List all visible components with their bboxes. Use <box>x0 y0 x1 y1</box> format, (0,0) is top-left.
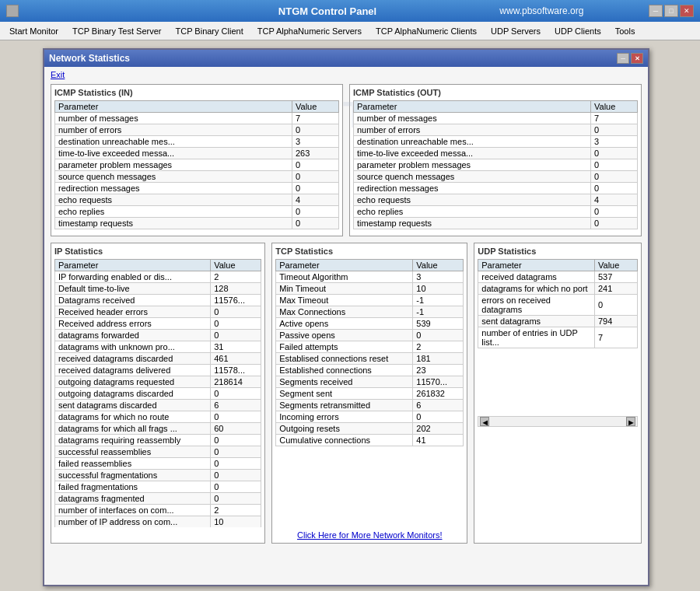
footer-link[interactable]: Click Here for More Network Monitors! <box>275 530 464 540</box>
table-row: time-to-live exceeded messa...0 <box>354 148 638 159</box>
inner-minimize-button[interactable]: ─ <box>617 53 629 64</box>
table-row: parameter problem messages0 <box>55 159 339 171</box>
value-cell: 0 <box>591 218 638 229</box>
table-row: Segments received11570... <box>276 376 464 388</box>
table-row: Active opens539 <box>276 318 464 330</box>
value-cell: 0 <box>292 159 339 171</box>
param-cell: sent datagrams discarded <box>55 400 211 411</box>
value-cell: 0 <box>591 124 638 136</box>
value-cell: 0 <box>292 171 339 183</box>
title-bar-title: NTGM Control Panel <box>220 5 434 17</box>
param-cell: time-to-live exceeded messa... <box>55 148 292 159</box>
exit-link[interactable]: Exit <box>51 70 65 79</box>
value-cell: 0 <box>211 411 261 423</box>
table-row: echo replies0 <box>55 206 339 218</box>
udp-horizontal-scrollbar[interactable]: ◄ ► <box>478 416 638 427</box>
ip-stats-title: IP Statistics <box>54 247 261 256</box>
menu-udp-servers[interactable]: UDP Servers <box>485 25 547 37</box>
param-cell: Max Connections <box>276 306 413 318</box>
maximize-button[interactable]: □ <box>664 5 678 17</box>
table-row: received datagrams delivered11578... <box>55 365 261 376</box>
table-row: Max Timeout-1 <box>276 295 464 306</box>
param-cell: outgoing datagrams discarded <box>55 388 211 400</box>
param-cell: received datagrams discarded <box>55 353 211 365</box>
table-row: Established connections23 <box>276 365 464 376</box>
param-cell: parameter problem messages <box>55 159 292 171</box>
value-cell: 2 <box>211 271 261 283</box>
param-cell: Min Timeout <box>276 283 413 295</box>
table-row: number of errors0 <box>354 124 638 136</box>
table-row: number of messages7 <box>55 113 339 124</box>
table-row: Timeout Algorithm3 <box>276 271 464 283</box>
table-row: outgoing datagrams requested218614 <box>55 376 261 388</box>
value-cell: 181 <box>413 353 464 365</box>
param-cell: received datagrams <box>478 271 595 283</box>
bottom-panels: IP Statistics Parameter Value IP forward… <box>51 243 642 544</box>
menu-tcp-alphanumeric-clients[interactable]: TCP AlphaNumeric Clients <box>369 25 483 37</box>
ip-col-value: Value <box>211 260 261 271</box>
icmp-in-panel: ICMP Statistics (IN) Parameter Value num… <box>51 84 343 236</box>
table-row: IP forwarding enabled or dis...2 <box>55 271 261 283</box>
table-row: failed fragmentations0 <box>55 481 261 493</box>
param-cell: Received header errors <box>55 306 211 318</box>
tcp-stats-table: Parameter Value Timeout Algorithm3Min Ti… <box>275 259 464 446</box>
menu-tcp-binary-client[interactable]: TCP Binary Client <box>170 25 250 37</box>
param-cell: Cumulative connections <box>276 435 413 446</box>
icmp-in-table-wrapper[interactable]: Parameter Value number of messages7numbe… <box>54 100 339 233</box>
tcp-stats-panel: TCP Statistics Parameter Value Timeout A… <box>271 243 467 544</box>
table-row: datagrams for which all frags ...60 <box>55 423 261 435</box>
table-row: Segment sent261832 <box>276 388 464 400</box>
menu-udp-clients[interactable]: UDP Clients <box>548 25 607 37</box>
table-row: parameter problem messages0 <box>354 159 638 171</box>
value-cell: 461 <box>211 353 261 365</box>
inner-close-button[interactable]: ✕ <box>631 53 643 64</box>
scroll-right-btn[interactable]: ► <box>626 417 635 426</box>
icmp-out-title: ICMP Statistics (OUT) <box>353 88 638 97</box>
value-cell: -1 <box>413 295 464 306</box>
param-cell: Established connections <box>276 365 413 376</box>
value-cell: 7 <box>292 113 339 124</box>
value-cell: 0 <box>211 446 261 458</box>
param-cell: time-to-live exceeded messa... <box>354 148 591 159</box>
value-cell: 0 <box>211 330 261 341</box>
table-row: Passive opens0 <box>276 330 464 341</box>
tcp-stats-table-wrapper[interactable]: Parameter Value Timeout Algorithm3Min Ti… <box>275 259 464 527</box>
value-cell: 41 <box>413 435 464 446</box>
value-cell: 31 <box>211 341 261 353</box>
value-cell: 0 <box>211 306 261 318</box>
table-row: datagrams for which no route0 <box>55 411 261 423</box>
icmp-out-col-value: Value <box>591 101 638 113</box>
value-cell: 11578... <box>211 365 261 376</box>
ip-stats-table: Parameter Value IP forwarding enabled or… <box>54 259 261 527</box>
table-row: Establised connections reset181 <box>276 353 464 365</box>
param-cell: failed reassemblies <box>55 458 211 470</box>
title-bar: NTGM Control Panel www.pbsoftware.org ─ … <box>0 0 700 22</box>
menu-start-monitor[interactable]: Start Monitor <box>3 25 65 37</box>
table-row: echo requests4 <box>354 194 638 206</box>
value-cell: 0 <box>413 330 464 341</box>
close-button[interactable]: ✕ <box>680 5 694 17</box>
table-row: Received header errors0 <box>55 306 261 318</box>
icmp-out-table: Parameter Value number of messages7numbe… <box>353 100 638 229</box>
minimize-button[interactable]: ─ <box>649 5 663 17</box>
udp-stats-table-wrapper[interactable]: Parameter Value received datagrams537dat… <box>478 259 638 414</box>
ip-stats-panel: IP Statistics Parameter Value IP forward… <box>51 243 265 544</box>
table-row: number of errors0 <box>55 124 339 136</box>
param-cell: Establised connections reset <box>276 353 413 365</box>
menu-tcp-binary-test-server[interactable]: TCP Binary Test Server <box>66 25 168 37</box>
table-row: outgoing datagrams discarded0 <box>55 388 261 400</box>
menu-tcp-alphanumeric-servers[interactable]: TCP AlphaNumeric Servers <box>251 25 368 37</box>
ip-stats-table-wrapper[interactable]: Parameter Value IP forwarding enabled or… <box>54 259 261 527</box>
table-row: datagrams with unknown pro...31 <box>55 341 261 353</box>
icmp-out-table-wrapper[interactable]: Parameter Value number of messages7numbe… <box>353 100 638 233</box>
value-cell: 0 <box>591 183 638 194</box>
value-cell: 23 <box>413 365 464 376</box>
value-cell: 0 <box>591 148 638 159</box>
icmp-out-panel: ICMP Statistics (OUT) Parameter Value nu… <box>349 84 642 236</box>
value-cell: 0 <box>211 458 261 470</box>
title-bar-controls: ─ □ ✕ <box>649 5 694 17</box>
menu-tools[interactable]: Tools <box>609 25 642 37</box>
icmp-out-col-param: Parameter <box>354 101 591 113</box>
param-cell: successful fragmentations <box>55 470 211 481</box>
scroll-left-btn[interactable]: ◄ <box>480 417 489 426</box>
